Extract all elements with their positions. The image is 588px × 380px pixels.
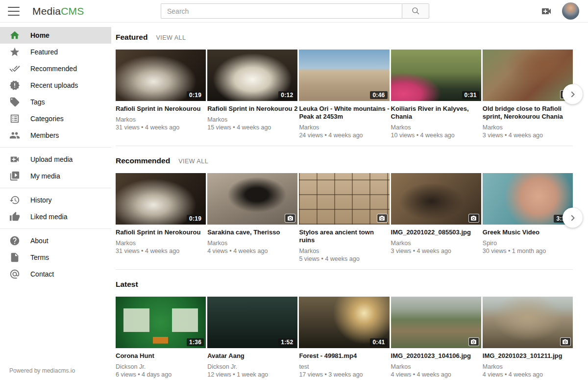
upload-media-button[interactable] <box>540 5 553 19</box>
top-header: MediaCMS <box>0 0 588 23</box>
sidebar-item-recommended[interactable]: Recommended <box>0 60 111 77</box>
media-thumbnail[interactable] <box>299 173 389 225</box>
media-title[interactable]: Sarakina cave, Therisso <box>207 228 297 236</box>
media-title[interactable]: Corona Hunt <box>116 352 206 360</box>
sidebar-item-recent-uploads[interactable]: Recent uploads <box>0 77 111 94</box>
sidebar-item-home[interactable]: Home <box>0 27 111 44</box>
media-author[interactable]: Markos <box>299 248 389 254</box>
page-body: Home Featured Recommended Recent uploads… <box>0 23 588 380</box>
media-thumbnail[interactable]: 0:41 <box>299 297 389 348</box>
logo-text-primary: Media <box>32 5 61 17</box>
section-title: Featured <box>116 33 147 42</box>
media-title[interactable]: Avatar Aang <box>207 352 297 360</box>
camera-icon <box>468 214 479 223</box>
chevron-right-icon <box>567 212 579 224</box>
media-meta: 3 views • 4 weeks ago <box>391 248 481 254</box>
media-author[interactable]: Dickson Jr. <box>116 363 206 370</box>
media-title[interactable]: IMG_20201023_104106.jpg <box>391 352 481 360</box>
media-title[interactable]: IMG_20201022_085503.jpg <box>391 228 481 236</box>
sidebar-item-categories[interactable]: Categories <box>0 110 111 127</box>
sidebar-item-tags[interactable]: Tags <box>0 94 111 110</box>
media-author[interactable]: test <box>299 363 389 370</box>
media-thumbnail[interactable]: 3:11 <box>483 173 573 225</box>
media-author[interactable]: Spiro <box>483 240 573 247</box>
media-author[interactable]: Markos <box>391 124 481 131</box>
search-button[interactable] <box>402 3 429 19</box>
sidebar-item-liked-media[interactable]: Liked media <box>0 208 111 225</box>
media-author[interactable]: Markos <box>207 240 297 247</box>
media-author[interactable]: Markos <box>116 116 206 123</box>
sidebar-item-featured[interactable]: Featured <box>0 44 111 60</box>
media-thumbnail[interactable]: 0:31 <box>391 50 481 101</box>
media-meta: 6 views • 4 days ago <box>116 371 206 378</box>
media-thumbnail[interactable]: 1:36 <box>116 297 206 348</box>
media-card: IMG_20201023_101211.jpg Markos 4 views •… <box>483 297 573 378</box>
sidebar-item-label: Contact <box>30 270 54 278</box>
sidebar-item-my-media[interactable]: My media <box>0 168 111 184</box>
sidebar-item-label: Upload media <box>30 155 73 163</box>
media-thumbnail[interactable]: 0:46 <box>299 50 389 101</box>
at-email-icon <box>9 269 20 279</box>
media-thumbnail[interactable]: 0:12 <box>207 50 297 101</box>
site-logo[interactable]: MediaCMS <box>32 5 84 17</box>
media-title[interactable]: Rafioli Sprint in Nerokourou <box>116 105 206 113</box>
media-author[interactable]: Dickson Jr. <box>207 363 297 370</box>
sidebar-item-members[interactable]: Members <box>0 127 111 144</box>
media-thumbnail[interactable] <box>391 297 481 348</box>
view-all-link[interactable]: VIEW ALL <box>178 158 208 165</box>
media-card: Old bridge close to Rafioli sprint, Nero… <box>483 50 573 139</box>
media-card: 0:19 Rafioli Sprint in Nerokourou Markos… <box>116 173 206 262</box>
sidebar-item-about[interactable]: About <box>0 232 111 249</box>
next-carousel-button[interactable] <box>563 84 583 104</box>
media-title[interactable]: Stylos area ancient town ruins <box>299 228 389 244</box>
media-thumbnail[interactable] <box>483 297 573 348</box>
media-title[interactable]: Rafioli Sprint in Nerokourou 2 <box>207 105 297 113</box>
media-card: 1:52 Avatar Aang Dickson Jr. 12 views • … <box>207 297 297 378</box>
help-icon <box>9 235 20 246</box>
media-title[interactable]: Old bridge close to Rafioli sprint, Nero… <box>483 105 573 121</box>
media-author[interactable]: Markos <box>391 240 481 247</box>
media-author[interactable]: Markos <box>116 240 206 247</box>
sidebar-item-label: Terms <box>30 253 49 261</box>
next-carousel-button[interactable] <box>563 208 583 228</box>
media-author[interactable]: Markos <box>299 124 389 131</box>
media-meta: 4 views • 4 weeks ago <box>391 371 481 378</box>
view-all-link[interactable]: VIEW ALL <box>156 34 186 41</box>
section-featured: Featured VIEW ALL 0:19 Rafioli Sprint in… <box>116 23 573 146</box>
sidebar-item-label: Liked media <box>30 213 68 221</box>
powered-by-text: Powered by mediacms.io <box>9 367 75 374</box>
search-input[interactable] <box>161 3 402 19</box>
sidebar-item-terms[interactable]: Terms <box>0 249 111 266</box>
media-title[interactable]: Greek Music Video <box>483 228 573 236</box>
search-bar <box>161 3 429 19</box>
media-author[interactable]: Markos <box>483 124 573 131</box>
media-meta: 31 views • 4 weeks ago <box>116 248 206 254</box>
media-thumbnail[interactable]: 0:19 <box>116 173 206 225</box>
media-author[interactable]: Markos <box>207 116 297 123</box>
home-icon <box>9 30 20 41</box>
sidebar-item-upload-media[interactable]: Upload media <box>0 151 111 168</box>
sidebar-item-label: Featured <box>30 48 58 56</box>
media-thumbnail[interactable]: 0:19 <box>116 50 206 101</box>
user-avatar[interactable] <box>562 2 579 20</box>
tag-icon <box>9 97 20 107</box>
media-meta: 30 views • 1 month ago <box>483 248 573 254</box>
media-thumbnail[interactable] <box>391 173 481 225</box>
media-title[interactable]: Forest - 49981.mp4 <box>299 352 389 360</box>
media-title[interactable]: IMG_20201023_101211.jpg <box>483 352 573 360</box>
media-thumbnail[interactable] <box>483 50 573 101</box>
media-thumbnail[interactable]: 1:52 <box>207 297 297 348</box>
sidebar-divider <box>0 147 111 148</box>
media-thumbnail[interactable] <box>207 173 297 225</box>
media-title[interactable]: Koiliaris River in Kalyves, Chania <box>391 105 481 121</box>
media-author[interactable]: Markos <box>391 363 481 370</box>
media-title[interactable]: Leuka Ori - White mountains - Peak at 24… <box>299 105 389 121</box>
hamburger-menu-icon[interactable] <box>8 7 20 16</box>
sidebar-item-label: About <box>30 237 49 245</box>
media-card: IMG_20201023_104106.jpg Markos 4 views •… <box>391 297 481 378</box>
media-title[interactable]: Rafioli Sprint in Nerokourou <box>116 228 206 236</box>
sidebar-item-history[interactable]: History <box>0 192 111 208</box>
sidebar-item-contact[interactable]: Contact <box>0 266 111 282</box>
sidebar: Home Featured Recommended Recent uploads… <box>0 23 111 380</box>
media-author[interactable]: Markos <box>483 363 573 370</box>
